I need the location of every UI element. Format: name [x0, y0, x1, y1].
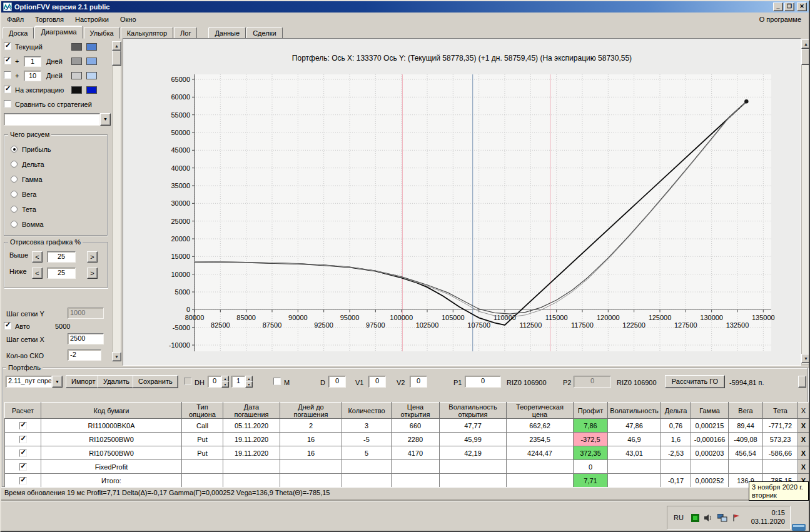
chart-scroll-down-icon[interactable]: ▼: [801, 354, 810, 363]
tab-Доска[interactable]: Доска: [3, 27, 34, 39]
dh-spinner-1[interactable]: 0 ▲ ▼: [208, 376, 229, 388]
toolbar-more-button[interactable]: [798, 376, 806, 388]
line-checkbox-3[interactable]: [4, 86, 11, 93]
p1-input[interactable]: 0: [465, 376, 501, 388]
taskbar[interactable]: RU 0:15 03.11.2020: [0, 501, 810, 532]
menu-window[interactable]: Окно: [114, 13, 142, 26]
col-header-14[interactable]: Тета: [763, 403, 798, 419]
range-input-0[interactable]: 25: [47, 251, 76, 263]
col-header-6[interactable]: Цена открытия: [392, 403, 440, 419]
line-checkbox-0[interactable]: [4, 43, 11, 50]
line-days-input-2[interactable]: 10: [24, 71, 41, 81]
save-button[interactable]: Сохранить: [133, 375, 178, 388]
tab-Диаграмма[interactable]: Диаграмма: [34, 26, 83, 39]
v2-input[interactable]: 0: [410, 376, 427, 388]
clock-time[interactable]: 0:15: [744, 509, 785, 516]
menu-trade[interactable]: Торговля: [29, 13, 69, 26]
radio-Тета[interactable]: [11, 206, 18, 213]
row-delete-button-2[interactable]: Х: [798, 446, 809, 460]
range-inc-button-0[interactable]: >: [87, 251, 98, 263]
sidebar-scrollbar[interactable]: [112, 41, 121, 361]
draw-option-Гамма[interactable]: Гамма: [4, 175, 107, 189]
menu-file[interactable]: Файл: [1, 13, 29, 26]
clock-date[interactable]: 03.11.2020: [744, 518, 785, 525]
cko-input[interactable]: -2: [68, 349, 101, 361]
col-header-15[interactable]: Х: [798, 403, 809, 419]
radio-Прибыль[interactable]: [11, 146, 18, 153]
menu-about[interactable]: О программе: [759, 16, 809, 23]
sidebar-scroll-up-icon[interactable]: ▲: [112, 41, 121, 51]
spinner-down-icon[interactable]: ▼: [221, 381, 229, 388]
chart-scroll-up-icon[interactable]: ▲: [801, 39, 810, 49]
tray-corner-icon[interactable]: [792, 524, 806, 531]
portfolio-combo-arrow-icon[interactable]: ▼: [52, 376, 63, 388]
sidebar-scroll-thumb[interactable]: [112, 51, 121, 66]
radio-Дельта[interactable]: [11, 161, 18, 168]
draw-option-Тета[interactable]: Тета: [4, 205, 107, 219]
import-button[interactable]: Импорт: [66, 375, 101, 388]
row-checkbox-4[interactable]: [19, 477, 27, 484]
draw-option-Прибыль[interactable]: Прибыль: [4, 145, 107, 159]
row-checkbox-3[interactable]: [19, 463, 27, 471]
row-calc-cell-2[interactable]: [5, 446, 41, 460]
d-input[interactable]: 0: [328, 376, 346, 388]
tab-Лог[interactable]: Лог: [174, 27, 197, 39]
sidebar-scroll-down-icon[interactable]: ▼: [112, 352, 121, 361]
calc-go-button[interactable]: Рассчитать ГО: [665, 375, 725, 388]
grid-y-input[interactable]: 1000: [68, 308, 104, 319]
draw-option-Дельта[interactable]: Дельта: [4, 160, 107, 174]
m-checkbox[interactable]: [273, 378, 281, 385]
line-checkbox-2[interactable]: [4, 71, 11, 79]
row-calc-cell-4[interactable]: [5, 474, 41, 488]
tab-Сделки[interactable]: Сделки: [246, 27, 283, 39]
network-icon[interactable]: [717, 514, 727, 522]
minimize-button[interactable]: _: [773, 3, 783, 11]
dh-spinner-2[interactable]: 1 ▲ ▼: [231, 376, 253, 388]
payoff-chart[interactable]: 6500060000550005000045000400003500030000…: [123, 39, 801, 364]
strategy-combo-arrow-icon[interactable]: ▼: [100, 113, 111, 126]
col-header-4[interactable]: Дней до погашения: [280, 403, 342, 419]
row-checkbox-1[interactable]: [19, 436, 27, 443]
col-header-7[interactable]: Волатильность открытия: [440, 403, 507, 419]
v1-input[interactable]: 0: [368, 376, 386, 388]
col-header-13[interactable]: Вега: [729, 403, 763, 419]
draw-option-Вега[interactable]: Вега: [4, 190, 107, 204]
col-header-12[interactable]: Гамма: [691, 403, 729, 419]
dh-checkbox[interactable]: [184, 378, 191, 385]
row-calc-cell-3[interactable]: [5, 460, 41, 474]
flag-icon[interactable]: [732, 514, 740, 522]
radio-Гамма[interactable]: [11, 176, 18, 183]
col-header-11[interactable]: Дельта: [661, 403, 691, 419]
row-calc-cell-1[interactable]: [5, 433, 41, 446]
chart-scrollbar[interactable]: [801, 39, 810, 364]
draw-option-Вомма[interactable]: Вомма: [4, 220, 107, 234]
radio-Вомма[interactable]: [11, 221, 18, 228]
line-days-input-1[interactable]: 1: [24, 56, 41, 67]
col-header-9[interactable]: Профит: [574, 403, 608, 419]
keyboard-language-indicator[interactable]: RU: [674, 514, 684, 521]
col-header-5[interactable]: Количество: [342, 403, 392, 419]
radio-Вега[interactable]: [11, 191, 18, 198]
tab-Калькулятор[interactable]: Калькулятор: [121, 27, 173, 39]
row-delete-button-3[interactable]: Х: [798, 460, 809, 474]
auto-checkbox[interactable]: [4, 322, 11, 329]
line-checkbox-1[interactable]: [4, 57, 11, 64]
maximize-button[interactable]: ❐: [784, 3, 794, 11]
compare-checkbox[interactable]: [4, 100, 11, 108]
delete-button[interactable]: Удалить: [98, 375, 135, 388]
grid-x-input[interactable]: 2500: [68, 333, 104, 344]
range-dec-button-1[interactable]: <: [32, 268, 43, 279]
row-checkbox-2[interactable]: [19, 449, 27, 457]
portfolio-combo[interactable]: 2.11_пут спре: [6, 376, 52, 388]
dh-spinner-1-value[interactable]: 0: [208, 376, 221, 388]
dh-spinner-2-value[interactable]: 1: [231, 376, 245, 388]
tab-Данные[interactable]: Данные: [208, 27, 246, 39]
led-tray-icon[interactable]: [691, 514, 699, 522]
col-header-3[interactable]: Дата погашения: [223, 403, 280, 419]
range-input-1[interactable]: 25: [47, 268, 76, 279]
title-bar[interactable]: OptionFVV версия 2.1 public _ ❐ ✕: [1, 1, 809, 13]
p2-input[interactable]: 0: [574, 376, 611, 388]
row-checkbox-0[interactable]: [19, 422, 27, 429]
col-header-10[interactable]: Волатильность: [608, 403, 661, 419]
spinner-down-icon[interactable]: ▼: [245, 381, 253, 388]
